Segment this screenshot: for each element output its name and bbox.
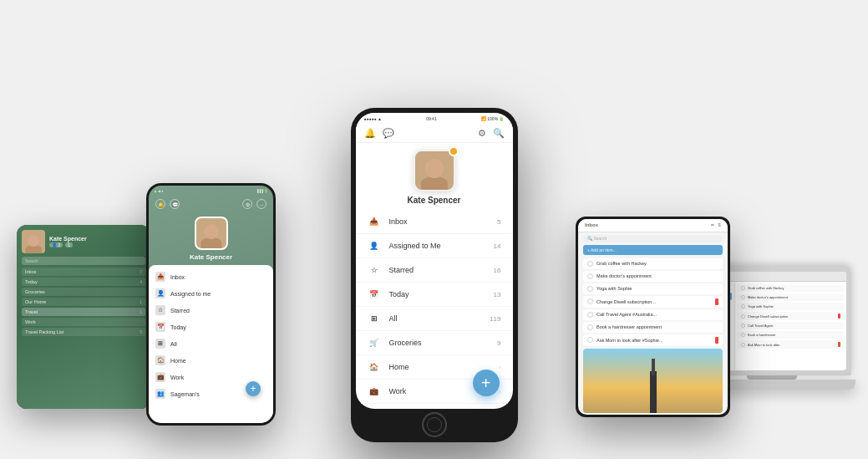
ipad-screen: Inbox ✏ ⇅ 🔍 Search + Add an item... Grab… bbox=[578, 219, 728, 415]
iphone-screen: ●●●●● ▲ 09:41 📶 100% 🔋 🔔 💬 ⚙ 🔍 bbox=[356, 113, 513, 409]
ipad-list-item-2[interactable]: Make doctor's appointment bbox=[583, 271, 723, 282]
iphone-fab[interactable]: + bbox=[473, 370, 500, 396]
laptop-main: Grab coffee with Hackey Make doctor's ap… bbox=[735, 282, 846, 370]
iphone-chat-icon[interactable]: 💬 bbox=[383, 128, 394, 139]
android-menu-all-label: All bbox=[170, 341, 266, 347]
iphone-menu-starred[interactable]: ☆ Starred 16 bbox=[356, 258, 513, 283]
iphone-bell-icon[interactable]: 🔔 bbox=[364, 128, 376, 139]
tablet-list-inbox[interactable]: Inbox 7 bbox=[22, 268, 145, 276]
tablet-list-today[interactable]: Today 4 bbox=[22, 278, 145, 286]
ipad-checkbox-6[interactable] bbox=[587, 324, 593, 330]
ipad-list-item-1[interactable]: Grab coffee with Hackey bbox=[583, 258, 723, 269]
ipad-checkbox-1[interactable] bbox=[587, 261, 593, 267]
tablet-search[interactable]: Search bbox=[22, 257, 145, 265]
android-search-icon[interactable]: ... bbox=[256, 199, 266, 209]
android-menu-home[interactable]: 🏠 Home bbox=[149, 352, 273, 369]
android-menu-all[interactable]: ⊞ All bbox=[149, 335, 273, 352]
tablet-badge-2: 1 bbox=[65, 242, 73, 247]
tablet-avatar bbox=[22, 230, 45, 253]
ipad-sort-icon[interactable]: ⇅ bbox=[718, 222, 721, 227]
ipad-photo-background bbox=[583, 349, 723, 413]
ipad-edit-icon[interactable]: ✏ bbox=[711, 222, 714, 227]
iphone-work-chevron: › bbox=[499, 388, 501, 395]
laptop-cb-3[interactable] bbox=[741, 304, 745, 309]
android-menu-inbox[interactable]: 📥 Inbox bbox=[149, 268, 273, 285]
iphone-menu-today[interactable]: 📅 Today 13 bbox=[356, 283, 513, 307]
ipad-search[interactable]: 🔍 Search bbox=[583, 235, 723, 243]
tablet-list-travel-label: Travel bbox=[25, 309, 38, 314]
iphone-search-icon[interactable]: 🔍 bbox=[493, 128, 505, 139]
laptop-row-4[interactable]: Change Diwell subscription bbox=[738, 312, 844, 320]
android-chat-icon[interactable]: 💬 bbox=[170, 199, 180, 209]
laptop-row-3[interactable]: Yoga with Sophie bbox=[738, 303, 844, 310]
tablet-list-today-label: Today bbox=[25, 279, 38, 284]
tablet-username: Kate Spencer bbox=[49, 236, 145, 242]
ipad-titlebar: Inbox ✏ ⇅ bbox=[578, 219, 728, 232]
laptop-cb-4[interactable] bbox=[741, 314, 745, 319]
iphone-work-icon: 💼 bbox=[368, 385, 381, 398]
tablet-list-today-count: 4 bbox=[140, 279, 142, 284]
iphone-menu-personal[interactable]: 👤 Personal › bbox=[356, 404, 513, 409]
iphone-menu-groceries[interactable]: 🛒 Groceries 9 bbox=[356, 331, 513, 355]
iphone-inbox-icon: 📥 bbox=[368, 215, 381, 228]
iphone-settings-icon[interactable]: ⚙ bbox=[478, 128, 486, 139]
ipad-checkbox-5[interactable] bbox=[587, 312, 593, 318]
laptop-row-1[interactable]: Grab coffee with Hackey bbox=[738, 284, 844, 292]
ipad-flag-7 bbox=[715, 337, 718, 344]
ipad-checkbox-2[interactable] bbox=[587, 273, 593, 279]
iphone-profile: Kate Spencer bbox=[356, 143, 513, 210]
tablet-list-groceries[interactable]: Groceries bbox=[22, 288, 145, 296]
ipad-list-item-3[interactable]: Yoga with Sophie bbox=[583, 283, 723, 294]
android-menu-starred[interactable]: ☆ Starred bbox=[149, 302, 273, 319]
iphone-profile-badge bbox=[449, 146, 459, 156]
ipad-checkbox-3[interactable] bbox=[587, 286, 593, 292]
ipad-list-item-4[interactable]: Change Diwell subscription... bbox=[583, 296, 723, 308]
iphone-starred-icon: ☆ bbox=[368, 263, 381, 277]
tablet-list-work-label: Work bbox=[25, 319, 36, 324]
iphone-menu-all[interactable]: ⊞ All 119 bbox=[356, 307, 513, 331]
ipad-add-item[interactable]: + Add an item... bbox=[583, 245, 723, 255]
android-settings-icon[interactable]: ⚙ bbox=[242, 199, 252, 209]
laptop-cb-5[interactable] bbox=[741, 324, 745, 328]
ipad-list-item-5[interactable]: Call Travel Agent #Australia... bbox=[583, 309, 723, 320]
iphone-menu-assigned[interactable]: 👤 Assigned to Me 14 bbox=[356, 234, 513, 258]
iphone-home-button[interactable] bbox=[422, 412, 447, 437]
android-assigned-icon: 👤 bbox=[155, 288, 165, 298]
laptop-cb-7[interactable] bbox=[741, 343, 745, 347]
tablet-list-ourhome[interactable]: Our Home 1 bbox=[22, 298, 145, 306]
iphone-groceries-icon: 🛒 bbox=[368, 336, 381, 349]
android-bell-icon[interactable]: 🔔 bbox=[155, 199, 165, 209]
android-menu: 📥 Inbox 👤 Assigned to me ☆ Starred 📅 Tod… bbox=[149, 265, 273, 423]
ipad-checkbox-7[interactable] bbox=[587, 337, 593, 343]
tablet-badges: 👤 2 1 bbox=[49, 242, 145, 247]
android-topbar: 🔔 💬 ⚙ ... bbox=[149, 196, 273, 212]
iphone-today-icon: 📅 bbox=[368, 288, 381, 301]
android-all-icon: ⊞ bbox=[155, 339, 165, 349]
laptop-row-7[interactable]: Ask Mom to look after bbox=[738, 340, 844, 349]
ipad-list-item-6[interactable]: Book a hairdresser appointment bbox=[583, 322, 723, 333]
tablet-badge-1: 👤 2 bbox=[49, 242, 63, 247]
tablet-list-packing[interactable]: Travel Packing List 5 bbox=[22, 328, 145, 336]
iphone-menu-starred-count: 16 bbox=[494, 267, 501, 274]
android-status-right: ▐▐▐ 🔋 bbox=[256, 189, 268, 193]
tablet-screen: Kate Spencer 👤 2 1 Search Inbox 7 Today … bbox=[17, 225, 150, 409]
tablet-list-travel[interactable]: Travel 1 bbox=[22, 308, 145, 316]
android-menu-work-label: Work bbox=[170, 375, 266, 380]
laptop-cb-1[interactable] bbox=[741, 286, 745, 290]
ipad-list-item-7[interactable]: Ask Mom to look after #Sophie... bbox=[583, 334, 723, 346]
laptop-cb-6[interactable] bbox=[741, 333, 745, 337]
laptop-cb-2[interactable] bbox=[741, 295, 745, 299]
android-menu-today[interactable]: 📅 Today bbox=[149, 319, 273, 335]
android-starred-icon: ☆ bbox=[155, 305, 165, 315]
ipad-checkbox-4[interactable] bbox=[587, 298, 593, 304]
iphone-menu-inbox[interactable]: 📥 Inbox 5 bbox=[356, 210, 513, 234]
tablet-list-inbox-count: 7 bbox=[140, 269, 142, 274]
android-menu-assigned[interactable]: 👤 Assigned to me bbox=[149, 285, 273, 302]
iphone-menu-groceries-count: 9 bbox=[497, 339, 500, 347]
tablet-list-work[interactable]: Work bbox=[22, 318, 145, 326]
laptop-row-5[interactable]: Call Travel Agent bbox=[738, 322, 844, 329]
laptop-row-6[interactable]: Book a hairdresser bbox=[738, 331, 844, 339]
iphone-carrier: ●●●●● ▲ bbox=[364, 116, 382, 121]
laptop-row-2[interactable]: Make doctor's appointment bbox=[738, 293, 844, 301]
android-fab[interactable]: + bbox=[246, 381, 261, 396]
